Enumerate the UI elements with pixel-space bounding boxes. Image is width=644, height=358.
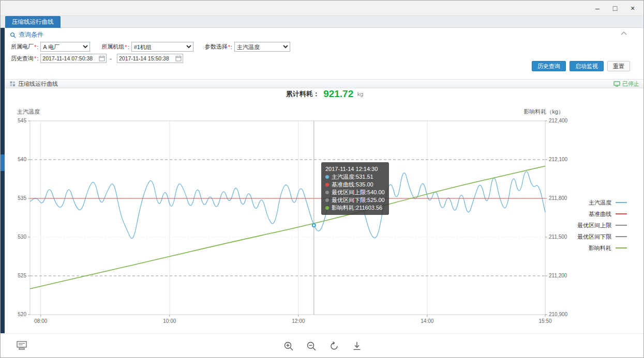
- legend-item[interactable]: 基准曲线: [577, 208, 627, 220]
- tab-bar: 压缩线运行曲线: [1, 16, 643, 28]
- required-mark: *: [125, 44, 127, 50]
- series-dot-icon: [325, 198, 329, 202]
- svg-text:535: 535: [18, 195, 26, 201]
- svg-text:12:00: 12:00: [292, 318, 305, 324]
- chart: 主汽温度 影响料耗（kg） 08:0010:0012:0014:0015:505…: [5, 102, 644, 333]
- tooltip-row: 基准曲线:535.00: [325, 181, 385, 189]
- reset-button[interactable]: 重置: [607, 61, 630, 71]
- history-label: 历史查询: [11, 55, 34, 63]
- unit-select[interactable]: #1机组: [131, 42, 193, 52]
- bottom-toolbar: [1, 333, 644, 358]
- legend-line-sample: [616, 202, 627, 203]
- param-select[interactable]: 主汽温度: [234, 42, 290, 52]
- series-dot-icon: [325, 183, 329, 186]
- legend-item[interactable]: 最优区间下限: [577, 231, 627, 242]
- unit-field: 所属机组*: #1机组: [101, 42, 193, 52]
- svg-text:525: 525: [18, 273, 26, 278]
- chart-section-title: 压缩线运行曲线: [18, 80, 58, 88]
- param-field: 参数选择*: 主汽温度: [205, 42, 290, 52]
- summary-bar: 累计料耗： 921.72 kg: [5, 88, 644, 102]
- required-mark: *: [34, 55, 36, 61]
- svg-text:545: 545: [18, 118, 26, 123]
- window-controls: – □ ×: [589, 1, 641, 16]
- chart-legend: 主汽温度基准曲线最优区间上限最优区间下限影响料耗: [577, 197, 627, 254]
- app-window: – □ × 压缩线运行曲线 查询条件 所属电厂*: A 电厂: [0, 0, 644, 358]
- maximize-button[interactable]: □: [606, 1, 624, 16]
- legend-item[interactable]: 影响料耗: [577, 242, 627, 254]
- chart-section-header: 压缩线运行曲线 已停止: [5, 79, 644, 88]
- calendar-icon[interactable]: [99, 55, 105, 61]
- summary-value: 921.72: [323, 88, 353, 99]
- svg-text:212,100: 212,100: [549, 157, 568, 162]
- query-panel: 查询条件 所属电厂*: A 电厂 所属机组*: #1机组 参数选择*: 主汽温度…: [5, 28, 644, 79]
- tab-curve[interactable]: 压缩线运行曲线: [5, 16, 61, 28]
- start-date-input[interactable]: [41, 54, 99, 63]
- legend-line-sample: [616, 247, 627, 248]
- close-button[interactable]: ×: [624, 1, 641, 16]
- plant-select[interactable]: A 电厂: [40, 42, 90, 52]
- tooltip-time: 2017-11-14 12:14:30: [325, 165, 385, 173]
- plant-field: 所属电厂*: A 电厂: [11, 42, 90, 52]
- legend-line-sample: [616, 225, 627, 226]
- legend-line-sample: [616, 213, 627, 214]
- svg-text:211,200: 211,200: [549, 273, 567, 278]
- zoom-in-icon[interactable]: [283, 341, 294, 351]
- collapsed-sidebar[interactable]: [1, 28, 5, 358]
- status-badge: 已停止: [622, 80, 639, 88]
- summary-unit: kg: [357, 91, 364, 97]
- history-field: 历史查询*: -: [11, 54, 183, 63]
- sidebar-accent: [1, 154, 5, 171]
- zoom-out-icon[interactable]: [306, 341, 317, 351]
- device-icon[interactable]: [16, 341, 27, 350]
- chart-plot[interactable]: 08:0010:0012:0014:0015:50545212,40054021…: [5, 115, 589, 328]
- svg-text:15:50: 15:50: [538, 318, 551, 324]
- series-dot-icon: [325, 191, 329, 194]
- svg-text:540: 540: [18, 157, 26, 162]
- tooltip-row: 最优区间下限:525.00: [325, 196, 385, 204]
- refresh-icon[interactable]: [329, 341, 339, 351]
- chart-tooltip: 2017-11-14 12:14:30 主汽温度:531.51基准曲线:535.…: [321, 162, 389, 215]
- end-date-wrap: [117, 54, 183, 63]
- svg-text:211,500: 211,500: [549, 234, 567, 240]
- right-axis-title: 影响料耗（kg）: [523, 108, 564, 116]
- legend-item[interactable]: 主汽温度: [577, 197, 627, 208]
- calendar-icon[interactable]: [175, 55, 182, 61]
- tooltip-row: 最优区间上限:540.00: [325, 189, 385, 196]
- query-header: 查询条件: [10, 30, 43, 39]
- search-icon: [10, 32, 16, 38]
- svg-text:520: 520: [18, 312, 26, 317]
- titlebar: – □ ×: [1, 1, 643, 16]
- svg-text:212,400: 212,400: [549, 118, 568, 123]
- query-form-row-2: 历史查询*: -: [11, 54, 183, 63]
- start-monitor-button[interactable]: 启动监视: [570, 61, 604, 71]
- minimize-button[interactable]: –: [589, 1, 606, 16]
- collapse-chevron-icon[interactable]: [620, 30, 628, 37]
- query-buttons: 历史查询 启动监视 重置: [532, 61, 630, 71]
- download-icon[interactable]: [352, 341, 362, 351]
- svg-text:10:00: 10:00: [163, 318, 176, 324]
- query-header-title: 查询条件: [19, 30, 43, 39]
- svg-text:210,900: 210,900: [549, 312, 568, 317]
- svg-text:211,800: 211,800: [549, 195, 567, 201]
- tooltip-rows: 主汽温度:531.51基准曲线:535.00最优区间上限:540.00最优区间下…: [325, 173, 385, 212]
- history-query-button[interactable]: 历史查询: [532, 61, 566, 71]
- monitor-icon: [613, 81, 620, 87]
- svg-text:14:00: 14:00: [421, 318, 433, 324]
- start-date-wrap: [40, 54, 107, 63]
- tooltip-row: 主汽温度:531.51: [325, 173, 385, 181]
- svg-text:530: 530: [18, 234, 26, 240]
- end-date-input[interactable]: [117, 54, 175, 63]
- summary-label: 累计料耗：: [286, 90, 320, 98]
- series-dot-icon: [325, 175, 329, 179]
- legend-item[interactable]: 最优区间上限: [577, 220, 627, 231]
- legend-line-sample: [616, 236, 627, 237]
- required-mark: *: [34, 44, 36, 50]
- unit-label: 所属机组: [101, 43, 124, 51]
- series-dot-icon: [325, 206, 329, 210]
- date-range-separator: -: [110, 55, 112, 61]
- required-mark: *: [228, 44, 230, 50]
- plant-label: 所属电厂: [11, 43, 34, 51]
- left-axis-title: 主汽温度: [17, 108, 40, 116]
- monitor-status: 已停止: [613, 80, 639, 88]
- query-form-row-1: 所属电厂*: A 电厂 所属机组*: #1机组 参数选择*: 主汽温度: [11, 42, 302, 52]
